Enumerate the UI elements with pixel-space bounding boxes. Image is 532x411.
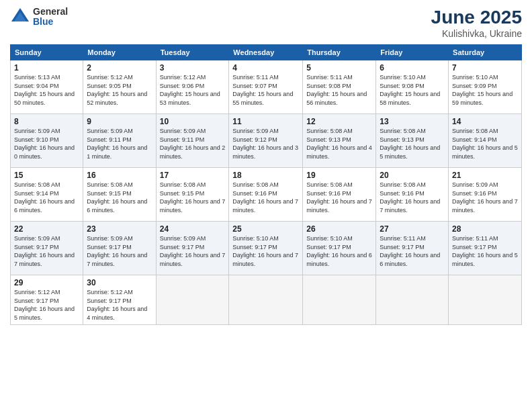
col-monday: Monday xyxy=(83,45,156,60)
table-row: 3Sunrise: 5:12 AMSunset: 9:06 PMDaylight… xyxy=(156,60,229,114)
day-detail: Sunrise: 5:12 AMSunset: 9:17 PMDaylight:… xyxy=(14,288,79,322)
table-row: 6Sunrise: 5:10 AMSunset: 9:08 PMDaylight… xyxy=(376,60,449,114)
table-row: 20Sunrise: 5:08 AMSunset: 9:16 PMDayligh… xyxy=(376,168,449,222)
table-row xyxy=(156,275,229,325)
table-row: 25Sunrise: 5:10 AMSunset: 9:17 PMDayligh… xyxy=(229,222,303,275)
calendar-week-3: 15Sunrise: 5:08 AMSunset: 9:14 PMDayligh… xyxy=(11,168,522,222)
day-detail: Sunrise: 5:09 AMSunset: 9:10 PMDaylight:… xyxy=(14,127,79,161)
day-detail: Sunrise: 5:09 AMSunset: 9:17 PMDaylight:… xyxy=(87,234,152,268)
day-number: 3 xyxy=(160,63,226,73)
table-row: 1Sunrise: 5:13 AMSunset: 9:04 PMDaylight… xyxy=(11,60,83,114)
day-detail: Sunrise: 5:13 AMSunset: 9:04 PMDaylight:… xyxy=(14,73,79,107)
table-row xyxy=(449,275,522,325)
day-number: 23 xyxy=(87,224,152,234)
table-row: 23Sunrise: 5:09 AMSunset: 9:17 PMDayligh… xyxy=(83,222,156,275)
table-row: 19Sunrise: 5:08 AMSunset: 9:16 PMDayligh… xyxy=(303,168,376,222)
day-detail: Sunrise: 5:10 AMSunset: 9:09 PMDaylight:… xyxy=(452,73,518,107)
table-row: 11Sunrise: 5:09 AMSunset: 9:12 PMDayligh… xyxy=(229,114,303,168)
table-row: 28Sunrise: 5:11 AMSunset: 9:17 PMDayligh… xyxy=(449,222,522,275)
calendar-week-1: 1Sunrise: 5:13 AMSunset: 9:04 PMDaylight… xyxy=(11,60,522,114)
table-row xyxy=(229,275,303,325)
day-number: 1 xyxy=(14,63,79,73)
day-number: 7 xyxy=(452,63,518,73)
page: General Blue June 2025 Kulishivka, Ukrai… xyxy=(0,0,532,411)
day-number: 24 xyxy=(160,224,226,234)
table-row: 17Sunrise: 5:08 AMSunset: 9:15 PMDayligh… xyxy=(156,168,229,222)
day-detail: Sunrise: 5:08 AMSunset: 9:14 PMDaylight:… xyxy=(14,181,79,214)
table-row: 4Sunrise: 5:11 AMSunset: 9:07 PMDaylight… xyxy=(229,60,303,114)
day-number: 22 xyxy=(14,224,79,234)
day-number: 13 xyxy=(380,117,445,126)
table-row: 2Sunrise: 5:12 AMSunset: 9:05 PMDaylight… xyxy=(83,60,156,114)
day-number: 10 xyxy=(160,117,226,126)
day-detail: Sunrise: 5:09 AMSunset: 9:16 PMDaylight:… xyxy=(452,181,518,214)
table-row: 29Sunrise: 5:12 AMSunset: 9:17 PMDayligh… xyxy=(11,275,83,325)
day-number: 27 xyxy=(380,224,445,234)
col-friday: Friday xyxy=(376,45,449,60)
day-number: 18 xyxy=(232,171,299,180)
calendar-week-2: 8Sunrise: 5:09 AMSunset: 9:10 PMDaylight… xyxy=(11,114,522,168)
day-number: 30 xyxy=(87,278,152,287)
day-detail: Sunrise: 5:12 AMSunset: 9:05 PMDaylight:… xyxy=(87,73,152,107)
day-number: 9 xyxy=(87,117,152,126)
day-number: 25 xyxy=(232,224,299,234)
day-detail: Sunrise: 5:10 AMSunset: 9:17 PMDaylight:… xyxy=(232,234,299,268)
day-detail: Sunrise: 5:08 AMSunset: 9:16 PMDaylight:… xyxy=(380,181,445,214)
day-detail: Sunrise: 5:11 AMSunset: 9:17 PMDaylight:… xyxy=(380,234,445,268)
day-number: 26 xyxy=(306,224,372,234)
day-number: 20 xyxy=(380,171,445,180)
day-detail: Sunrise: 5:08 AMSunset: 9:16 PMDaylight:… xyxy=(306,181,372,214)
day-detail: Sunrise: 5:08 AMSunset: 9:16 PMDaylight:… xyxy=(232,181,299,214)
col-saturday: Saturday xyxy=(449,45,522,60)
table-row xyxy=(303,275,376,325)
day-detail: Sunrise: 5:11 AMSunset: 9:17 PMDaylight:… xyxy=(452,234,518,268)
day-detail: Sunrise: 5:08 AMSunset: 9:13 PMDaylight:… xyxy=(380,127,445,161)
day-detail: Sunrise: 5:09 AMSunset: 9:12 PMDaylight:… xyxy=(232,127,299,161)
title-location: Kulishivka, Ukraine xyxy=(431,28,522,39)
logo-blue: Blue xyxy=(33,17,68,27)
day-detail: Sunrise: 5:12 AMSunset: 9:17 PMDaylight:… xyxy=(87,288,152,322)
table-row: 13Sunrise: 5:08 AMSunset: 9:13 PMDayligh… xyxy=(376,114,449,168)
table-row: 26Sunrise: 5:10 AMSunset: 9:17 PMDayligh… xyxy=(303,222,376,275)
day-number: 6 xyxy=(380,63,445,73)
day-detail: Sunrise: 5:11 AMSunset: 9:08 PMDaylight:… xyxy=(306,73,372,107)
header-row: Sunday Monday Tuesday Wednesday Thursday… xyxy=(11,45,522,60)
col-thursday: Thursday xyxy=(303,45,376,60)
calendar-week-5: 29Sunrise: 5:12 AMSunset: 9:17 PMDayligh… xyxy=(11,275,522,325)
logo-text: General Blue xyxy=(33,7,68,28)
col-wednesday: Wednesday xyxy=(229,45,303,60)
table-row: 16Sunrise: 5:08 AMSunset: 9:15 PMDayligh… xyxy=(83,168,156,222)
day-number: 16 xyxy=(87,171,152,180)
calendar: Sunday Monday Tuesday Wednesday Thursday… xyxy=(10,44,522,325)
day-detail: Sunrise: 5:10 AMSunset: 9:17 PMDaylight:… xyxy=(306,234,372,268)
table-row: 14Sunrise: 5:08 AMSunset: 9:14 PMDayligh… xyxy=(449,114,522,168)
day-number: 2 xyxy=(87,63,152,73)
logo-icon xyxy=(10,7,30,27)
col-tuesday: Tuesday xyxy=(156,45,229,60)
day-detail: Sunrise: 5:08 AMSunset: 9:15 PMDaylight:… xyxy=(87,181,152,214)
day-detail: Sunrise: 5:09 AMSunset: 9:11 PMDaylight:… xyxy=(160,127,226,161)
title-month: June 2025 xyxy=(431,7,522,28)
day-detail: Sunrise: 5:08 AMSunset: 9:13 PMDaylight:… xyxy=(306,127,372,161)
table-row: 8Sunrise: 5:09 AMSunset: 9:10 PMDaylight… xyxy=(11,114,83,168)
day-number: 17 xyxy=(160,171,226,180)
table-row: 27Sunrise: 5:11 AMSunset: 9:17 PMDayligh… xyxy=(376,222,449,275)
day-detail: Sunrise: 5:12 AMSunset: 9:06 PMDaylight:… xyxy=(160,73,226,107)
header: General Blue June 2025 Kulishivka, Ukrai… xyxy=(10,7,522,39)
day-number: 28 xyxy=(452,224,518,234)
day-detail: Sunrise: 5:09 AMSunset: 9:17 PMDaylight:… xyxy=(14,234,79,268)
table-row: 7Sunrise: 5:10 AMSunset: 9:09 PMDaylight… xyxy=(449,60,522,114)
logo-general: General xyxy=(33,7,68,17)
day-number: 4 xyxy=(232,63,299,73)
day-number: 14 xyxy=(452,117,518,126)
day-detail: Sunrise: 5:10 AMSunset: 9:08 PMDaylight:… xyxy=(380,73,445,107)
table-row: 9Sunrise: 5:09 AMSunset: 9:11 PMDaylight… xyxy=(83,114,156,168)
table-row: 30Sunrise: 5:12 AMSunset: 9:17 PMDayligh… xyxy=(83,275,156,325)
table-row xyxy=(376,275,449,325)
title-block: June 2025 Kulishivka, Ukraine xyxy=(431,7,522,39)
table-row: 22Sunrise: 5:09 AMSunset: 9:17 PMDayligh… xyxy=(11,222,83,275)
day-detail: Sunrise: 5:08 AMSunset: 9:14 PMDaylight:… xyxy=(452,127,518,161)
day-number: 19 xyxy=(306,171,372,180)
day-detail: Sunrise: 5:11 AMSunset: 9:07 PMDaylight:… xyxy=(232,73,299,107)
day-detail: Sunrise: 5:08 AMSunset: 9:15 PMDaylight:… xyxy=(160,181,226,214)
